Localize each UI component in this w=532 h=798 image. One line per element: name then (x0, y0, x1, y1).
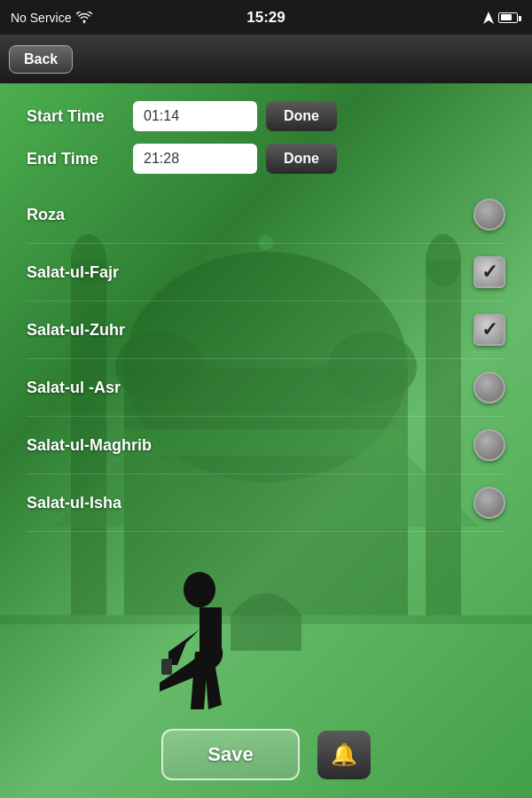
check-row-fajr: Salat-ul-Fajr (27, 244, 505, 301)
bell-icon: 🔔 (331, 742, 357, 767)
check-row-maghrib: Salat-ul-Maghrib (27, 417, 505, 474)
location-icon (483, 12, 494, 24)
zuhr-label: Salat-ul-Zuhr (27, 321, 125, 340)
start-time-input[interactable] (133, 101, 257, 131)
check-row-isha: Salat-ul-Isha (27, 474, 505, 532)
fajr-label: Salat-ul-Fajr (27, 263, 119, 282)
start-time-label: Start Time (27, 107, 124, 126)
time-display: 15:29 (246, 9, 285, 27)
nav-bar: Back (0, 35, 532, 83)
asr-toggle[interactable] (473, 372, 505, 403)
end-time-input[interactable] (133, 144, 257, 174)
roza-label: Roza (27, 206, 65, 224)
bottom-buttons: Save 🔔 (0, 729, 532, 780)
check-row-zuhr: Salat-ul-Zuhr (27, 301, 505, 359)
start-time-row: Start Time Done (27, 101, 505, 131)
end-time-done-button[interactable]: Done (266, 144, 337, 174)
status-bar: No Service 15:29 (0, 0, 532, 35)
roza-toggle[interactable] (473, 199, 505, 231)
content-overlay: Start Time Done End Time Done Roza Salat… (0, 83, 532, 798)
main-content: Start Time Done End Time Done Roza Salat… (0, 83, 532, 798)
battery-icon (498, 12, 521, 23)
end-time-label: End Time (27, 150, 124, 168)
start-time-done-button[interactable]: Done (266, 101, 337, 131)
carrier-text: No Service (11, 11, 71, 25)
asr-label: Salat-ul -Asr (27, 379, 121, 397)
maghrib-label: Salat-ul-Maghrib (27, 436, 152, 455)
zuhr-toggle[interactable] (473, 314, 505, 346)
save-button[interactable]: Save (161, 729, 299, 780)
status-left: No Service (11, 11, 92, 25)
isha-label: Salat-ul-Isha (27, 494, 121, 512)
check-row-asr: Salat-ul -Asr (27, 359, 505, 417)
check-list: Roza Salat-ul-Fajr Salat-ul-Zuhr Salat-u… (27, 186, 505, 532)
fajr-toggle[interactable] (473, 256, 505, 288)
maghrib-toggle[interactable] (473, 429, 505, 461)
isha-toggle[interactable] (473, 487, 505, 519)
wifi-icon (76, 12, 92, 24)
back-button[interactable]: Back (9, 45, 73, 74)
end-time-row: End Time Done (27, 144, 505, 174)
bell-button[interactable]: 🔔 (317, 731, 371, 779)
status-right (483, 12, 521, 24)
svg-marker-0 (483, 12, 494, 24)
check-row-roza: Roza (27, 186, 505, 244)
